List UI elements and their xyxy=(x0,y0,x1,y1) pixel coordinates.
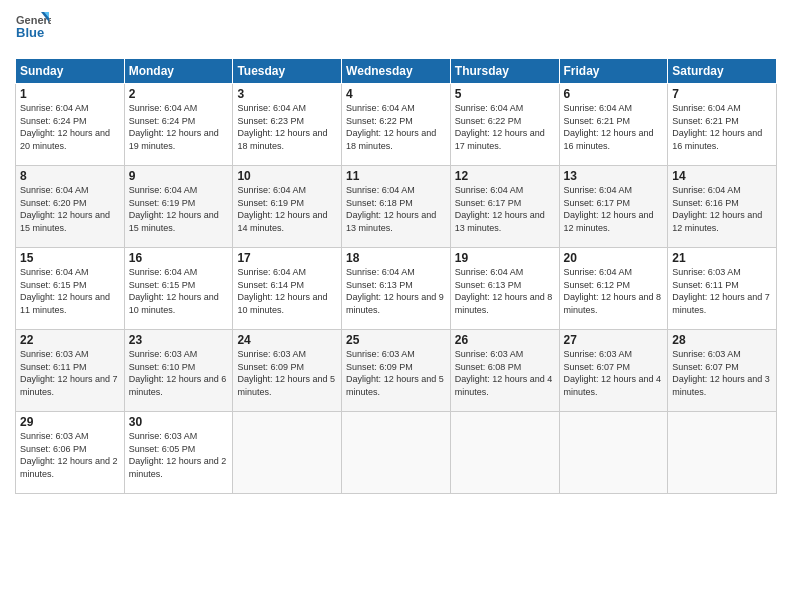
day-detail: Sunrise: 6:03 AM Sunset: 6:11 PM Dayligh… xyxy=(20,348,120,398)
day-number: 19 xyxy=(455,251,555,265)
day-number: 30 xyxy=(129,415,229,429)
logo: General Blue xyxy=(15,10,55,50)
calendar-row-3: 15Sunrise: 6:04 AM Sunset: 6:15 PM Dayli… xyxy=(16,248,777,330)
calendar-cell: 14Sunrise: 6:04 AM Sunset: 6:16 PM Dayli… xyxy=(668,166,777,248)
day-number: 10 xyxy=(237,169,337,183)
calendar-cell: 22Sunrise: 6:03 AM Sunset: 6:11 PM Dayli… xyxy=(16,330,125,412)
header: General Blue xyxy=(15,10,777,50)
day-detail: Sunrise: 6:03 AM Sunset: 6:07 PM Dayligh… xyxy=(672,348,772,398)
calendar-cell: 1Sunrise: 6:04 AM Sunset: 6:24 PM Daylig… xyxy=(16,84,125,166)
calendar-cell xyxy=(668,412,777,494)
calendar-cell: 25Sunrise: 6:03 AM Sunset: 6:09 PM Dayli… xyxy=(342,330,451,412)
day-detail: Sunrise: 6:04 AM Sunset: 6:13 PM Dayligh… xyxy=(455,266,555,316)
calendar-cell: 3Sunrise: 6:04 AM Sunset: 6:23 PM Daylig… xyxy=(233,84,342,166)
calendar-header-thursday: Thursday xyxy=(450,59,559,84)
day-detail: Sunrise: 6:04 AM Sunset: 6:24 PM Dayligh… xyxy=(129,102,229,152)
calendar-header-tuesday: Tuesday xyxy=(233,59,342,84)
day-detail: Sunrise: 6:04 AM Sunset: 6:19 PM Dayligh… xyxy=(129,184,229,234)
day-number: 21 xyxy=(672,251,772,265)
day-number: 16 xyxy=(129,251,229,265)
calendar-row-4: 22Sunrise: 6:03 AM Sunset: 6:11 PM Dayli… xyxy=(16,330,777,412)
calendar: SundayMondayTuesdayWednesdayThursdayFrid… xyxy=(15,58,777,494)
calendar-cell: 18Sunrise: 6:04 AM Sunset: 6:13 PM Dayli… xyxy=(342,248,451,330)
calendar-cell: 28Sunrise: 6:03 AM Sunset: 6:07 PM Dayli… xyxy=(668,330,777,412)
calendar-cell: 8Sunrise: 6:04 AM Sunset: 6:20 PM Daylig… xyxy=(16,166,125,248)
calendar-cell: 6Sunrise: 6:04 AM Sunset: 6:21 PM Daylig… xyxy=(559,84,668,166)
day-detail: Sunrise: 6:04 AM Sunset: 6:15 PM Dayligh… xyxy=(129,266,229,316)
day-number: 2 xyxy=(129,87,229,101)
day-detail: Sunrise: 6:04 AM Sunset: 6:13 PM Dayligh… xyxy=(346,266,446,316)
calendar-cell: 2Sunrise: 6:04 AM Sunset: 6:24 PM Daylig… xyxy=(124,84,233,166)
day-detail: Sunrise: 6:03 AM Sunset: 6:05 PM Dayligh… xyxy=(129,430,229,480)
day-detail: Sunrise: 6:03 AM Sunset: 6:08 PM Dayligh… xyxy=(455,348,555,398)
day-detail: Sunrise: 6:03 AM Sunset: 6:11 PM Dayligh… xyxy=(672,266,772,316)
calendar-cell: 17Sunrise: 6:04 AM Sunset: 6:14 PM Dayli… xyxy=(233,248,342,330)
calendar-cell: 9Sunrise: 6:04 AM Sunset: 6:19 PM Daylig… xyxy=(124,166,233,248)
calendar-cell: 30Sunrise: 6:03 AM Sunset: 6:05 PM Dayli… xyxy=(124,412,233,494)
day-detail: Sunrise: 6:04 AM Sunset: 6:21 PM Dayligh… xyxy=(564,102,664,152)
day-detail: Sunrise: 6:03 AM Sunset: 6:09 PM Dayligh… xyxy=(346,348,446,398)
calendar-cell: 16Sunrise: 6:04 AM Sunset: 6:15 PM Dayli… xyxy=(124,248,233,330)
day-number: 13 xyxy=(564,169,664,183)
calendar-header-wednesday: Wednesday xyxy=(342,59,451,84)
day-detail: Sunrise: 6:04 AM Sunset: 6:22 PM Dayligh… xyxy=(346,102,446,152)
calendar-header-saturday: Saturday xyxy=(668,59,777,84)
calendar-cell: 23Sunrise: 6:03 AM Sunset: 6:10 PM Dayli… xyxy=(124,330,233,412)
day-detail: Sunrise: 6:04 AM Sunset: 6:19 PM Dayligh… xyxy=(237,184,337,234)
day-number: 15 xyxy=(20,251,120,265)
day-number: 12 xyxy=(455,169,555,183)
page: General Blue SundayMondayTuesdayWednesda… xyxy=(0,0,792,612)
calendar-cell: 20Sunrise: 6:04 AM Sunset: 6:12 PM Dayli… xyxy=(559,248,668,330)
calendar-cell xyxy=(559,412,668,494)
calendar-row-2: 8Sunrise: 6:04 AM Sunset: 6:20 PM Daylig… xyxy=(16,166,777,248)
calendar-cell: 5Sunrise: 6:04 AM Sunset: 6:22 PM Daylig… xyxy=(450,84,559,166)
calendar-header-friday: Friday xyxy=(559,59,668,84)
day-number: 29 xyxy=(20,415,120,429)
day-detail: Sunrise: 6:03 AM Sunset: 6:06 PM Dayligh… xyxy=(20,430,120,480)
calendar-cell xyxy=(342,412,451,494)
calendar-cell: 21Sunrise: 6:03 AM Sunset: 6:11 PM Dayli… xyxy=(668,248,777,330)
calendar-cell: 12Sunrise: 6:04 AM Sunset: 6:17 PM Dayli… xyxy=(450,166,559,248)
calendar-row-1: 1Sunrise: 6:04 AM Sunset: 6:24 PM Daylig… xyxy=(16,84,777,166)
day-detail: Sunrise: 6:03 AM Sunset: 6:09 PM Dayligh… xyxy=(237,348,337,398)
calendar-cell xyxy=(233,412,342,494)
calendar-cell: 11Sunrise: 6:04 AM Sunset: 6:18 PM Dayli… xyxy=(342,166,451,248)
day-number: 22 xyxy=(20,333,120,347)
logo-graphic: General Blue xyxy=(15,10,51,46)
day-detail: Sunrise: 6:04 AM Sunset: 6:12 PM Dayligh… xyxy=(564,266,664,316)
day-detail: Sunrise: 6:03 AM Sunset: 6:07 PM Dayligh… xyxy=(564,348,664,398)
calendar-cell: 26Sunrise: 6:03 AM Sunset: 6:08 PM Dayli… xyxy=(450,330,559,412)
day-number: 28 xyxy=(672,333,772,347)
calendar-cell: 4Sunrise: 6:04 AM Sunset: 6:22 PM Daylig… xyxy=(342,84,451,166)
calendar-cell: 7Sunrise: 6:04 AM Sunset: 6:21 PM Daylig… xyxy=(668,84,777,166)
svg-text:Blue: Blue xyxy=(16,25,44,40)
day-number: 9 xyxy=(129,169,229,183)
calendar-cell: 15Sunrise: 6:04 AM Sunset: 6:15 PM Dayli… xyxy=(16,248,125,330)
day-detail: Sunrise: 6:04 AM Sunset: 6:20 PM Dayligh… xyxy=(20,184,120,234)
calendar-cell: 27Sunrise: 6:03 AM Sunset: 6:07 PM Dayli… xyxy=(559,330,668,412)
day-detail: Sunrise: 6:04 AM Sunset: 6:23 PM Dayligh… xyxy=(237,102,337,152)
day-detail: Sunrise: 6:04 AM Sunset: 6:22 PM Dayligh… xyxy=(455,102,555,152)
calendar-header-sunday: Sunday xyxy=(16,59,125,84)
day-number: 14 xyxy=(672,169,772,183)
day-number: 1 xyxy=(20,87,120,101)
calendar-cell: 29Sunrise: 6:03 AM Sunset: 6:06 PM Dayli… xyxy=(16,412,125,494)
day-number: 3 xyxy=(237,87,337,101)
day-number: 4 xyxy=(346,87,446,101)
calendar-cell xyxy=(450,412,559,494)
calendar-row-5: 29Sunrise: 6:03 AM Sunset: 6:06 PM Dayli… xyxy=(16,412,777,494)
day-detail: Sunrise: 6:04 AM Sunset: 6:18 PM Dayligh… xyxy=(346,184,446,234)
day-number: 7 xyxy=(672,87,772,101)
logo-text: General Blue xyxy=(15,10,55,50)
day-detail: Sunrise: 6:04 AM Sunset: 6:21 PM Dayligh… xyxy=(672,102,772,152)
day-detail: Sunrise: 6:04 AM Sunset: 6:17 PM Dayligh… xyxy=(455,184,555,234)
calendar-cell: 13Sunrise: 6:04 AM Sunset: 6:17 PM Dayli… xyxy=(559,166,668,248)
day-detail: Sunrise: 6:04 AM Sunset: 6:14 PM Dayligh… xyxy=(237,266,337,316)
day-number: 20 xyxy=(564,251,664,265)
calendar-header-monday: Monday xyxy=(124,59,233,84)
day-number: 5 xyxy=(455,87,555,101)
day-number: 25 xyxy=(346,333,446,347)
day-detail: Sunrise: 6:04 AM Sunset: 6:15 PM Dayligh… xyxy=(20,266,120,316)
day-detail: Sunrise: 6:04 AM Sunset: 6:16 PM Dayligh… xyxy=(672,184,772,234)
day-number: 23 xyxy=(129,333,229,347)
